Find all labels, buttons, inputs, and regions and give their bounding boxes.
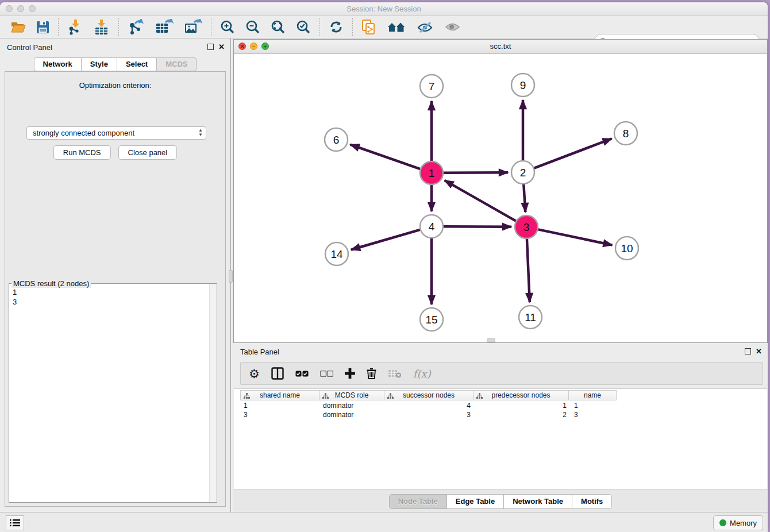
table-cell[interactable]: 1: [241, 401, 320, 410]
apply-preferred-layout-button[interactable]: [382, 18, 411, 36]
table-settings-button[interactable]: ⚙: [249, 368, 260, 380]
graph-edge-3-1[interactable]: [445, 180, 516, 221]
eye-icon: [444, 20, 461, 34]
delete-table-button[interactable]: [388, 369, 402, 378]
close-panel-icon[interactable]: ✕: [218, 43, 225, 51]
graph-edge-1-6[interactable]: [351, 145, 421, 169]
show-all-button[interactable]: [439, 18, 467, 36]
table-cell[interactable]: 3: [571, 410, 619, 419]
zoom-out-icon: [245, 20, 260, 34]
eye-slash-icon: [417, 20, 434, 34]
graph-edge-3-11[interactable]: [527, 239, 530, 302]
float-panel-icon[interactable]: [207, 44, 214, 50]
table-row[interactable]: 1dominator411: [241, 401, 619, 410]
network-graph[interactable]: 7968124314101511: [234, 54, 767, 342]
export-network-button[interactable]: [122, 18, 150, 36]
list-icon: [10, 519, 20, 527]
graph-edge-4-3[interactable]: [444, 226, 511, 227]
unchecked-boxes-icon: [320, 371, 333, 377]
tab-node-table[interactable]: Node Table: [389, 494, 447, 509]
table-cell[interactable]: 2: [475, 410, 571, 419]
table-cell[interactable]: 3: [241, 410, 320, 419]
zoom-fit-button[interactable]: [265, 18, 291, 36]
table-cell[interactable]: 1: [475, 401, 571, 410]
zoom-out-button[interactable]: [240, 18, 265, 36]
column-type-icon: [322, 393, 329, 399]
tab-mcds[interactable]: MCDS: [156, 57, 197, 71]
close-panel-button[interactable]: Close panel: [118, 145, 178, 160]
mcds-result-scrollbar[interactable]: [209, 284, 217, 502]
column-header-shared-name[interactable]: shared name: [240, 390, 319, 400]
table-cell[interactable]: 1: [571, 401, 619, 410]
function-builder-button[interactable]: f(x): [413, 368, 431, 380]
column-header-successor-nodes[interactable]: successor nodes: [384, 390, 473, 400]
mcds-panel: Optimization criterion: strongly connect…: [5, 71, 226, 507]
table-cell[interactable]: dominator: [320, 410, 386, 419]
graph-node-label-15: 15: [425, 314, 437, 326]
show-columns-button[interactable]: [271, 367, 284, 380]
graph-edge-2-8[interactable]: [534, 138, 612, 168]
table-cell[interactable]: 3: [386, 410, 475, 419]
tab-style[interactable]: Style: [81, 57, 117, 71]
refresh-view-button[interactable]: [324, 18, 349, 36]
mcds-result-box: MCDS result (2 nodes) 1 3: [9, 283, 217, 503]
select-all-columns-button[interactable]: [295, 371, 309, 377]
tab-select[interactable]: Select: [117, 57, 157, 71]
export-table-icon: [155, 19, 174, 35]
horizontal-splitter-handle[interactable]: [487, 338, 495, 342]
graph-edge-1-2[interactable]: [444, 172, 508, 173]
table-row[interactable]: 3dominator323: [241, 410, 619, 419]
toolbar-divider: [118, 18, 119, 36]
open-file-button[interactable]: [6, 18, 31, 36]
graph-node-label-4: 4: [429, 221, 435, 233]
window-title: Session: New Session: [0, 5, 768, 13]
table-panel: Table Panel ✕ ⚙: [233, 343, 768, 515]
delete-column-button[interactable]: [367, 368, 376, 379]
memory-button[interactable]: Memory: [713, 515, 763, 530]
mcds-result-text[interactable]: 1 3: [9, 285, 210, 502]
column-header-MCDS-role[interactable]: MCDS role: [319, 390, 384, 400]
export-table-button[interactable]: [150, 18, 179, 36]
graph-edge-4-14[interactable]: [351, 230, 420, 250]
run-mcds-button[interactable]: Run MCDS: [53, 145, 111, 160]
zoom-selected-button[interactable]: [291, 18, 316, 36]
save-session-button[interactable]: [31, 18, 55, 36]
window-titlebar: Session: New Session: [0, 2, 768, 16]
graph-edge-3-10[interactable]: [538, 229, 613, 245]
network-window-title: scc.txt: [234, 42, 767, 51]
table-cell[interactable]: 4: [386, 401, 475, 410]
export-image-icon: [184, 19, 202, 35]
export-image-button[interactable]: [179, 18, 207, 36]
memory-status-icon: [719, 519, 726, 526]
criterion-dropdown[interactable]: strongly connected component ▲▼: [26, 126, 206, 140]
refresh-icon: [329, 20, 344, 34]
tab-edge-table[interactable]: Edge Table: [446, 494, 504, 509]
graph-node-label-3: 3: [523, 221, 530, 233]
tab-motifs[interactable]: Motifs: [572, 494, 612, 509]
tab-network-table[interactable]: Network Table: [503, 494, 572, 509]
toolbar-divider: [319, 18, 320, 36]
table-tab-bar: Node TableEdge TableNetwork TableMotifs: [233, 489, 768, 514]
float-table-panel-icon[interactable]: [745, 348, 751, 354]
column-type-icon: [244, 393, 250, 399]
graph-edge-2-3[interactable]: [523, 184, 525, 212]
column-header-predecessor-nodes[interactable]: predecessor nodes: [473, 390, 569, 400]
checked-boxes-icon: [295, 371, 309, 377]
graph-node-label-11: 11: [525, 311, 536, 323]
graph-node-label-1: 1: [429, 167, 435, 179]
table-cell[interactable]: dominator: [320, 401, 386, 410]
create-column-button[interactable]: [345, 368, 355, 379]
close-table-panel-icon[interactable]: ✕: [756, 348, 762, 355]
task-history-button[interactable]: [6, 515, 24, 530]
import-table-button[interactable]: [88, 18, 115, 36]
zoom-in-button[interactable]: [215, 18, 240, 36]
hide-selected-button[interactable]: [411, 18, 439, 36]
vertical-splitter-handle[interactable]: [229, 270, 233, 283]
deselect-all-columns-button[interactable]: [320, 371, 333, 377]
new-network-from-selection-button[interactable]: [356, 18, 382, 36]
column-header-name[interactable]: name: [568, 390, 617, 400]
import-network-button[interactable]: [62, 18, 88, 36]
open-folder-icon: [11, 21, 26, 33]
optimization-criterion-label: Optimization criterion:: [5, 81, 225, 90]
tab-network[interactable]: Network: [34, 57, 82, 71]
